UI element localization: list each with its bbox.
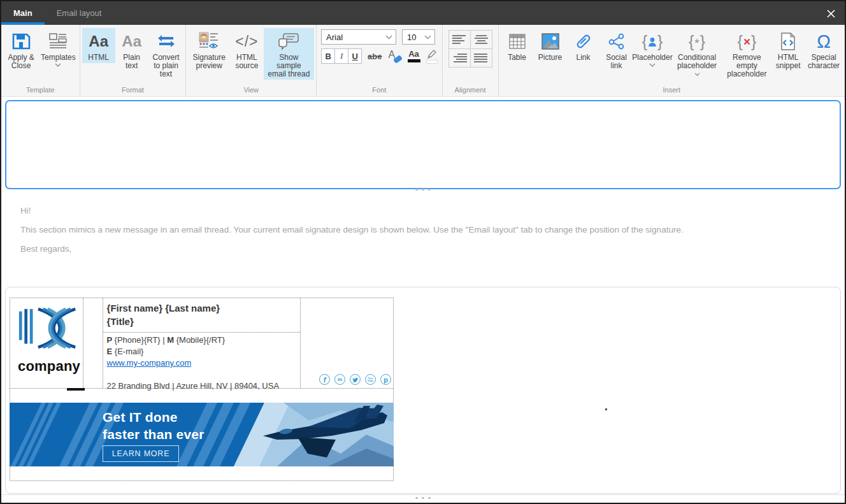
facebook-icon[interactable]: f — [319, 374, 330, 385]
pinterest-icon[interactable]: p — [380, 374, 391, 385]
omega-icon: Ω — [817, 31, 831, 52]
website-link[interactable]: www.my-company.com — [107, 358, 192, 368]
chevron-down-icon — [694, 73, 700, 76]
insert-html-snippet-button[interactable]: HTML snippet — [771, 28, 805, 71]
twitter-icon[interactable] — [350, 374, 361, 385]
highlight-color-button[interactable] — [426, 49, 438, 64]
group-label-font: Font — [319, 85, 440, 96]
insert-social-link-button[interactable]: Social link — [600, 28, 633, 71]
convert-plain-text-button[interactable]: Convert to plain text — [148, 28, 184, 80]
bold-button[interactable]: B — [322, 49, 334, 63]
sample-closing: Best regards, — [20, 244, 71, 254]
ribbon-group-template: Apply & Close Templates — [1, 25, 80, 96]
signature-preview-icon — [198, 31, 220, 52]
signature-preview-button[interactable]: Signature preview — [188, 28, 230, 71]
save-icon — [11, 31, 31, 52]
plain-text-button[interactable]: Aa Plain text — [115, 28, 148, 71]
insert-picture-button[interactable]: Picture — [534, 28, 567, 63]
promo-banner[interactable]: Get IT done faster than ever LEARN MORE — [10, 403, 394, 466]
group-label-view: View — [188, 85, 314, 96]
email-line: E {E-mail} — [107, 346, 296, 357]
align-justify-button[interactable] — [471, 49, 492, 67]
sample-body: This section mimics a new message in an … — [20, 225, 819, 234]
insert-special-character-button[interactable]: Ω Special character — [805, 28, 843, 71]
font-color-swatch — [408, 59, 420, 62]
phone-line: P {Phone}{RT} | M {Mobile}{/RT} — [107, 335, 296, 346]
group-label-alignment: Alignment — [445, 85, 496, 96]
html-source-button[interactable]: </> HTML source — [230, 28, 263, 71]
html-format-icon: Aa — [89, 31, 108, 52]
ribbon-group-insert: Table Picture — [498, 25, 845, 96]
learn-more-button[interactable]: LEARN MORE — [103, 445, 179, 462]
tab-email-layout[interactable]: Email layout — [45, 1, 114, 25]
signature-preview-panel: company {First name} {Last name} {Title}… — [5, 287, 841, 494]
picture-icon — [541, 31, 559, 52]
editor-area: Hi! This section mimics a new message in… — [1, 97, 845, 503]
youtube-icon[interactable]: YouTube — [365, 374, 376, 385]
group-label-template: Template — [3, 85, 78, 96]
logo-cell: company — [10, 298, 83, 388]
chevron-down-icon — [55, 63, 61, 67]
conditional-placeholder-icon: {*} — [689, 31, 705, 52]
ribbon-group-font: Arial 10 B I U abe A — [316, 25, 441, 96]
font-color-button[interactable]: Aa — [408, 50, 420, 62]
pencil-icon — [427, 49, 437, 59]
font-size-select[interactable]: 10 — [402, 29, 435, 45]
font-family-value: Arial — [326, 32, 343, 42]
html-format-button[interactable]: Aa HTML — [82, 28, 115, 63]
apply-close-button[interactable]: Apply & Close — [3, 28, 39, 71]
chevron-down-icon — [385, 35, 392, 40]
name-placeholder: {First name} {Last name} — [107, 301, 296, 315]
underline-button[interactable]: U — [348, 49, 361, 63]
title-placeholder: {Title} — [107, 315, 296, 328]
insert-conditional-placeholder-button[interactable]: {*} Conditional placeholder — [671, 28, 722, 80]
section-divider — [1, 494, 845, 495]
insert-placeholder-button[interactable]: { } Placeholder — [633, 28, 672, 68]
align-left-button[interactable] — [449, 31, 470, 48]
clear-formatting-button[interactable]: A — [388, 49, 402, 63]
banner-headline-2: faster than ever — [103, 427, 204, 442]
cursor-dot — [605, 408, 607, 410]
html-snippet-icon — [780, 31, 796, 52]
social-link-icon — [608, 31, 625, 52]
font-size-value: 10 — [407, 32, 416, 42]
chevron-down-icon — [649, 63, 656, 67]
font-family-select[interactable]: Arial — [321, 29, 396, 45]
highlight-color-swatch — [426, 60, 438, 64]
tab-main-label: Main — [13, 8, 32, 18]
templates-icon — [48, 31, 68, 52]
company-logo-text: company — [18, 358, 83, 375]
templates-button[interactable]: Templates — [39, 28, 78, 68]
insert-link-button[interactable]: Link — [567, 28, 600, 63]
chevron-down-icon — [424, 35, 431, 40]
show-sample-email-thread-button[interactable]: Show sample email thread — [264, 28, 314, 80]
plain-text-icon: Aa — [122, 31, 141, 52]
convert-arrows-icon — [157, 31, 176, 52]
remove-empty-placeholder-icon: { } — [738, 31, 757, 52]
blank-line — [107, 369, 296, 380]
italic-button[interactable]: I — [334, 49, 348, 63]
contact-info-cell: {First name} {Last name} {Title} P {Phon… — [103, 298, 300, 388]
ribbon-group-alignment: Alignment — [442, 25, 498, 96]
signature-edit-box[interactable] — [5, 100, 841, 189]
banner-cell: Get IT done faster than ever LEARN MORE — [10, 389, 394, 481]
banner-headline-1: Get IT done — [103, 410, 178, 425]
group-label-format: Format — [82, 85, 184, 96]
tab-main[interactable]: Main — [1, 1, 45, 25]
strikethrough-button[interactable]: abe — [368, 52, 382, 61]
remove-empty-placeholder-button[interactable]: { } Remove empty placeholder — [722, 28, 772, 80]
ribbon-group-format: Aa HTML Aa Plain text Convert to plain t… — [80, 25, 186, 96]
section-drag-handle-bottom[interactable] — [416, 497, 431, 499]
html-source-icon: </> — [235, 31, 258, 52]
table-resize-handle[interactable] — [67, 388, 85, 391]
align-right-button[interactable] — [449, 49, 470, 67]
insert-table-button[interactable]: Table — [501, 28, 534, 63]
link-icon — [575, 31, 592, 52]
group-label-insert: Insert — [501, 85, 843, 96]
ribbon: Apply & Close Templates — [1, 25, 845, 97]
linkedin-icon[interactable]: in — [334, 374, 345, 385]
close-button[interactable] — [824, 7, 837, 20]
section-drag-handle[interactable] — [416, 189, 431, 191]
table-icon — [509, 31, 526, 52]
align-center-button[interactable] — [471, 31, 492, 48]
